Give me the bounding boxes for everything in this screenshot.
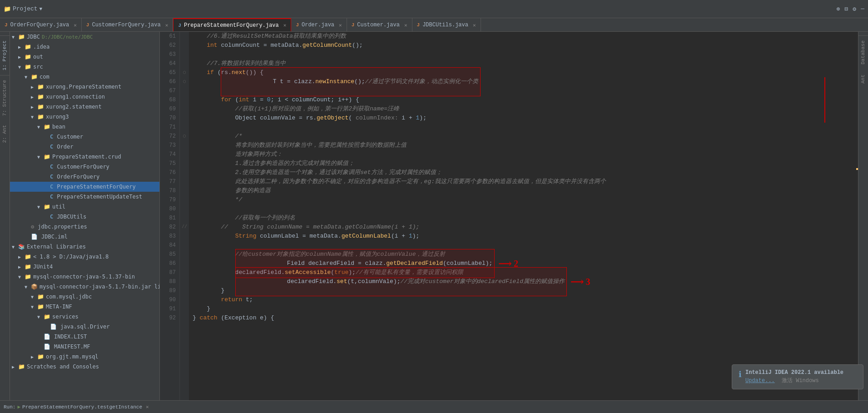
folder-icon-com: 📁: [31, 74, 38, 80]
tree-item-xurong1[interactable]: ▶ 📁 xurong1.connection: [10, 92, 159, 102]
tree-item-com-mysql[interactable]: ▼ 📁 com.mysql.jdbc: [10, 292, 159, 302]
tree-item-psut[interactable]: C PrepareStatementUpdateTest: [10, 192, 159, 202]
code-line-86: Field declaredField = clazz.getDeclaredF…: [193, 259, 849, 268]
code-content[interactable]: //6.通过ResultSetMetaData获取结果集中的列数 int col…: [189, 32, 853, 400]
tree-item-mysql137[interactable]: ▼ 📁 mysql-connector-java-5.1.37-bin: [10, 272, 159, 282]
code-line-76: 2.使用空参构造器造一个对象，通过该对象调用set方法，完成对属性的赋值；: [193, 168, 849, 177]
tree-item-order[interactable]: C Order: [10, 142, 159, 152]
tree-item-xurong-ps[interactable]: ▶ 📁 xurong.PrepareStatement: [10, 82, 159, 92]
class-icon-psfq: C: [50, 184, 53, 190]
tree-item-ext-libs[interactable]: ▼ 📚 External Libraries: [10, 242, 159, 252]
code-line-78: 参数的构造器: [193, 186, 849, 195]
class-icon-customer: C: [50, 134, 53, 140]
tree-item-src[interactable]: ▼ 📁 src: [10, 62, 159, 72]
close-tab-6[interactable]: ✕: [473, 22, 476, 28]
folder-icon-util: 📁: [44, 204, 50, 210]
tab-customerforquery[interactable]: J CustomerForQuery.java ✕: [82, 18, 173, 32]
vtab-database[interactable]: Database: [858, 35, 868, 69]
tree-item-scratches[interactable]: ▶ 📁 Scratches and Consoles: [10, 362, 159, 372]
tree-item-customer[interactable]: C Customer: [10, 132, 159, 142]
java-icon-3: J: [178, 23, 181, 28]
file-icon-index: 📄: [44, 333, 50, 340]
tree-item-jdbc[interactable]: ▼ 📁 JDBC D:/JDBC/note/JDBC: [10, 32, 159, 42]
close-tab-5[interactable]: ✕: [404, 22, 407, 28]
tab-preparestatementforquery[interactable]: J PrepareStatementForQuery.java ✕: [173, 18, 291, 32]
java-icon-4: J: [296, 22, 299, 28]
close-tab-2[interactable]: ✕: [165, 22, 169, 28]
tree-item-meta-inf[interactable]: ▼ 📁 META-INF: [10, 302, 159, 312]
close-tab-1[interactable]: ✕: [74, 22, 77, 28]
tree-item-cfq[interactable]: C CustomerForQuery: [10, 162, 159, 172]
tab-label-1: OrderForQuery.java: [10, 22, 69, 28]
tree-item-jdbc-iml[interactable]: 📄 JDBC.iml: [10, 232, 159, 242]
tree-item-services[interactable]: ▼ 📁 services: [10, 312, 159, 322]
tree-item-psfq[interactable]: C PrepareStatementForQuery: [10, 182, 159, 192]
tree-item-manifest[interactable]: 📄 MANIFEST.MF: [10, 342, 159, 352]
folder-icon-org-gjt: 📁: [37, 353, 44, 360]
tree-item-org-gjt[interactable]: ▶ 📁 org.gjt.mm.mysql: [10, 352, 159, 362]
file-icon-driver: 📄: [50, 323, 57, 330]
tree-item-ps-crud[interactable]: ▼ 📁 PrepareStatement.crud: [10, 152, 159, 162]
vtab-ant[interactable]: 2: Ant: [0, 120, 10, 148]
code-line-77: 此处选择第二种，因为参数个数的不确定，对应的含参构造器不一定有，eg:我这只需要…: [193, 177, 849, 186]
code-line-72: /*: [193, 132, 849, 141]
folder-icon-x1: 📁: [37, 94, 44, 100]
layout-icon[interactable]: ⊟: [845, 5, 848, 13]
minimize-icon[interactable]: —: [861, 5, 864, 13]
tree-item-idea[interactable]: ▶ 📁 .idea: [10, 42, 159, 52]
run-target: PrepareStatementForQuery.testgetInstance: [22, 404, 142, 410]
tree-item-bean[interactable]: ▼ 📁 bean: [10, 122, 159, 132]
left-vtabs: 1: Project 7: Structure 2: Ant: [0, 32, 10, 400]
code-line-81: //获取每一个列的列名: [193, 214, 849, 223]
tab-jdbcutils[interactable]: J JDBCUtils.java ✕: [412, 18, 481, 32]
tree-item-ofq[interactable]: C OrderForQuery: [10, 172, 159, 182]
vtab-structure[interactable]: 7: Structure: [0, 75, 10, 120]
code-line-79: */: [193, 195, 849, 204]
tree-item-out[interactable]: ▶ 📁 out: [10, 52, 159, 62]
tree-item-xurong2[interactable]: ▶ 📁 xurong2.statement: [10, 102, 159, 112]
tree-item-util[interactable]: ▼ 📁 util: [10, 202, 159, 212]
code-line-69: //获取(i+1)所对应的值，例如，第一行第2列获取name=汪峰: [193, 104, 849, 114]
tree-item-xurong3[interactable]: ▼ 📁 xurong3: [10, 112, 159, 122]
class-icon-ofq: C: [50, 174, 53, 180]
notification: ℹ IntelliJ IDEA 2022.1 available Update.…: [732, 364, 863, 389]
tree-item-jdbcutils[interactable]: C JDBCUtils: [10, 212, 159, 222]
tab-orderforquery[interactable]: J OrderForQuery.java ✕: [0, 18, 82, 32]
tree-item-com[interactable]: ▼ 📁 com: [10, 72, 159, 82]
code-line-68: for (int i = 0; i < columnCount; i++) {: [193, 95, 849, 104]
code-line-74: 造对象两种方式：: [193, 150, 849, 159]
top-bar: 📁 Project ▼ ⊕ ⊟ ⚙ —: [0, 0, 868, 18]
tab-customer[interactable]: J Customer.java ✕: [347, 18, 412, 32]
vtab-project[interactable]: 1: Project: [0, 35, 10, 75]
code-line-61: //6.通过ResultSetMetaData获取结果集中的列数: [193, 32, 849, 41]
run-icon: ▶: [17, 404, 20, 410]
close-tab-3[interactable]: ✕: [283, 22, 287, 28]
java-icon-5: J: [352, 22, 355, 28]
editor-scroll[interactable]: 61 62 63 64 65 66 67 68 69 70 71 72 73 7…: [160, 32, 858, 400]
tree-item-java18[interactable]: ▶ 📁 < 1.8 > D:/Java/java1.8: [10, 252, 159, 262]
code-line-66: T t = clazz.newInstance();//通过字节码文件对象，动态…: [193, 77, 849, 86]
project-arrow[interactable]: ▼: [40, 6, 43, 12]
file-icon-manifest: 📄: [44, 343, 50, 350]
code-line-63: [193, 50, 849, 59]
red-box-88: declaredField.set(t,columnVale);//完成对cus…: [235, 267, 567, 296]
arrow-jdbc: ▼: [12, 35, 18, 40]
update-link[interactable]: Update...: [745, 378, 775, 384]
tree-item-java-sql-driver[interactable]: 📄 java.sql.Driver: [10, 322, 159, 332]
folder-icon-out: 📁: [25, 54, 31, 60]
run-close[interactable]: ✕: [146, 404, 149, 410]
vtab-ant-right[interactable]: Ant: [858, 70, 868, 88]
close-tab-4[interactable]: ✕: [339, 22, 342, 28]
annotation-2: ⟶ 2: [498, 259, 518, 268]
settings-icon[interactable]: ⚙: [853, 5, 856, 13]
tree-item-index-list[interactable]: 📄 INDEX.LIST: [10, 332, 159, 342]
tree-item-mysql517[interactable]: ▼ 📦 mysql-connector-java-5.1.7-bin.jar l…: [10, 282, 159, 292]
tab-order[interactable]: J Order.java ✕: [291, 18, 347, 32]
tree-item-jdbc-props[interactable]: ⚙ jdbc.properties: [10, 222, 159, 232]
tree-item-junit4[interactable]: ▶ 📁 JUnit4: [10, 262, 159, 272]
editor-area: 61 62 63 64 65 66 67 68 69 70 71 72 73 7…: [160, 32, 858, 400]
sync-icon[interactable]: ⊕: [837, 5, 840, 13]
class-icon-cfq: C: [50, 164, 53, 170]
tab-bar: J OrderForQuery.java ✕ J CustomerForQuer…: [0, 18, 868, 32]
right-annotation-area: [853, 32, 858, 400]
